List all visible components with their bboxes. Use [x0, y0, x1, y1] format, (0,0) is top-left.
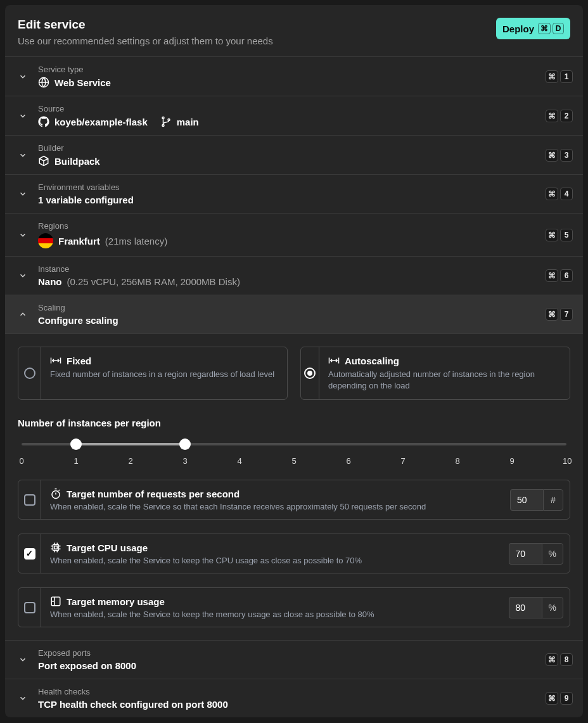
mode-auto-desc: Automatically adjusted number of instanc… — [328, 369, 561, 392]
section-label: Environment variables — [38, 182, 538, 192]
shortcut: ⌘ 2 — [546, 110, 573, 122]
deploy-shortcut: ⌘ D — [538, 23, 564, 34]
cpu-input[interactable] — [509, 543, 542, 565]
section-label: Exposed ports — [38, 648, 538, 658]
section-instance[interactable]: Instance Nano (0.25 vCPU, 256MB RAM, 200… — [5, 256, 583, 295]
rps-unit: # — [543, 489, 563, 511]
chevron-down-icon[interactable] — [15, 691, 30, 706]
source-branch: main — [177, 117, 199, 127]
width-fixed-icon — [50, 355, 61, 366]
slider-thumb-low[interactable] — [70, 438, 82, 450]
header: Edit service Use our recommended setting… — [5, 5, 583, 56]
section-label: Regions — [38, 221, 538, 231]
instance-name: Nano — [38, 276, 62, 287]
checkbox-cpu[interactable] — [24, 548, 35, 560]
health-value: TCP health check configured on port 8000 — [38, 699, 228, 710]
target-rps-desc: When enabled, scale the Service so that … — [50, 502, 495, 511]
deploy-button[interactable]: Deploy ⌘ D — [496, 18, 570, 39]
slider-fill — [76, 443, 185, 445]
shortcut: ⌘ 8 — [546, 653, 573, 666]
env-value: 1 variable configured — [38, 195, 134, 205]
instances-slider[interactable] — [22, 438, 566, 450]
target-mem-title: Target memory usage — [67, 596, 165, 607]
shortcut: ⌘ 5 — [546, 229, 573, 241]
section-regions[interactable]: Regions Frankfurt (21ms latency) ⌘ 5 — [5, 213, 583, 256]
target-rps: Target number of requests per second Whe… — [18, 480, 570, 520]
target-rps-title: Target number of requests per second — [67, 489, 240, 499]
chevron-down-icon[interactable] — [15, 148, 30, 163]
mode-fixed-card[interactable]: Fixed Fixed number of instances in a reg… — [18, 347, 288, 400]
shortcut: ⌘ 6 — [546, 269, 573, 282]
flag-germany-icon — [38, 233, 53, 248]
edit-service-panel: Edit service Use our recommended setting… — [5, 5, 583, 717]
mode-auto-title: Autoscaling — [345, 355, 399, 366]
section-label: Builder — [38, 143, 538, 153]
svg-rect-5 — [53, 545, 59, 551]
rps-input[interactable] — [510, 489, 543, 511]
chevron-down-icon[interactable] — [15, 69, 30, 84]
target-cpu-desc: When enabled, scale the Service to keep … — [50, 556, 494, 565]
service-type-value: Web Service — [54, 77, 111, 88]
slider-thumb-high[interactable] — [179, 438, 191, 450]
instance-specs: (0.25 vCPU, 256MB RAM, 2000MB Disk) — [67, 276, 240, 287]
chevron-down-icon[interactable] — [15, 268, 30, 283]
svg-rect-6 — [54, 546, 58, 549]
deploy-label: Deploy — [502, 23, 534, 34]
chevron-down-icon[interactable] — [15, 652, 30, 667]
section-label: Source — [38, 104, 538, 113]
checkbox-rps[interactable] — [24, 494, 35, 506]
region-latency: (21ms latency) — [105, 236, 167, 246]
target-cpu-title: Target CPU usage — [67, 542, 148, 553]
section-service-type[interactable]: Service type Web Service ⌘ 1 — [5, 56, 583, 96]
region-name: Frankfurt — [58, 236, 100, 246]
scaling-panel: Fixed Fixed number of instances in a reg… — [5, 333, 583, 640]
shortcut: ⌘ 7 — [546, 308, 573, 321]
mem-unit: % — [542, 597, 563, 618]
page-subtitle: Use our recommended settings or adjust t… — [18, 35, 273, 46]
svg-point-3 — [168, 119, 170, 121]
stopwatch-icon — [50, 488, 61, 499]
section-ports[interactable]: Exposed ports Port exposed on 8000 ⌘ 8 — [5, 640, 583, 679]
shortcut: ⌘ 4 — [546, 188, 573, 200]
radio-auto[interactable] — [304, 368, 316, 379]
section-label: Health checks — [38, 687, 538, 696]
chevron-down-icon[interactable] — [15, 186, 30, 202]
github-icon — [38, 116, 49, 127]
section-source[interactable]: Source koyeb/example-flask main ⌘ 2 — [5, 96, 583, 135]
radio-fixed[interactable] — [24, 368, 35, 379]
package-icon — [38, 155, 49, 167]
mem-input[interactable] — [509, 597, 542, 618]
shortcut: ⌘ 9 — [546, 692, 573, 705]
chevron-down-icon[interactable] — [15, 108, 30, 124]
shortcut: ⌘ 3 — [546, 149, 573, 162]
page-title: Edit service — [18, 18, 273, 32]
layout-icon — [50, 596, 61, 607]
target-mem: Target memory usage When enabled, scale … — [18, 587, 570, 627]
target-mem-desc: When enabled, scale the Service to keep … — [50, 610, 494, 619]
mode-auto-card[interactable]: Autoscaling Automatically adjusted numbe… — [300, 347, 570, 400]
slider-label: Number of instances per region — [18, 418, 570, 428]
chevron-down-icon[interactable] — [15, 227, 30, 243]
scaling-value: Configure scaling — [38, 315, 118, 326]
width-auto-icon — [328, 355, 340, 366]
slider-ticks: 0 1 2 3 4 5 6 7 8 9 10 — [18, 456, 570, 466]
git-branch-icon — [160, 116, 172, 127]
svg-point-2 — [162, 125, 164, 127]
chevron-up-icon[interactable] — [15, 307, 30, 322]
cpu-unit: % — [542, 543, 563, 565]
target-cpu: Target CPU usage When enabled, scale the… — [18, 534, 570, 573]
checkbox-mem[interactable] — [24, 602, 35, 613]
section-label: Service type — [38, 65, 538, 74]
cpu-icon — [50, 542, 61, 553]
section-scaling[interactable]: Scaling Configure scaling ⌘ 7 — [5, 295, 583, 333]
source-repo: koyeb/example-flask — [54, 117, 148, 127]
section-label: Instance — [38, 264, 538, 274]
builder-value: Buildpack — [54, 156, 100, 167]
globe-icon — [38, 77, 49, 88]
section-builder[interactable]: Builder Buildpack ⌘ 3 — [5, 135, 583, 174]
section-health[interactable]: Health checks TCP health check configure… — [5, 679, 583, 717]
svg-point-1 — [162, 117, 164, 119]
section-env[interactable]: Environment variables 1 variable configu… — [5, 174, 583, 213]
ports-value: Port exposed on 8000 — [38, 660, 136, 671]
mode-fixed-title: Fixed — [67, 355, 91, 366]
